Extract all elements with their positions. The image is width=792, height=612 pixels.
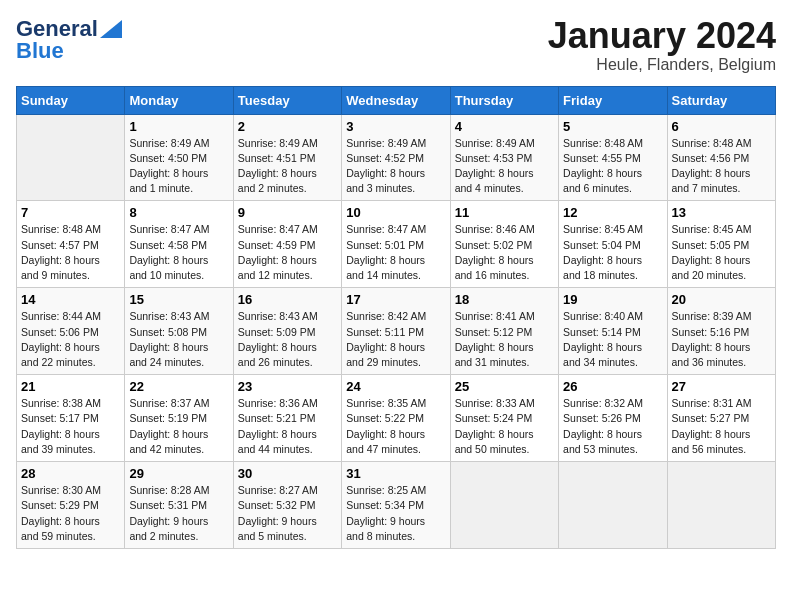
day-info: Sunrise: 8:46 AM Sunset: 5:02 PM Dayligh… [455,222,554,283]
day-number: 16 [238,292,337,307]
day-info: Sunrise: 8:27 AM Sunset: 5:32 PM Dayligh… [238,483,337,544]
day-info: Sunrise: 8:31 AM Sunset: 5:27 PM Dayligh… [672,396,771,457]
calendar-week-row: 21Sunrise: 8:38 AM Sunset: 5:17 PM Dayli… [17,375,776,462]
day-number: 17 [346,292,445,307]
calendar-cell: 28Sunrise: 8:30 AM Sunset: 5:29 PM Dayli… [17,462,125,549]
day-number: 13 [672,205,771,220]
day-number: 30 [238,466,337,481]
logo-blue: Blue [16,38,64,64]
header-tuesday: Tuesday [233,86,341,114]
header-wednesday: Wednesday [342,86,450,114]
calendar-cell: 18Sunrise: 8:41 AM Sunset: 5:12 PM Dayli… [450,288,558,375]
calendar-cell [667,462,775,549]
calendar-cell: 23Sunrise: 8:36 AM Sunset: 5:21 PM Dayli… [233,375,341,462]
calendar-cell: 11Sunrise: 8:46 AM Sunset: 5:02 PM Dayli… [450,201,558,288]
logo-icon [100,20,122,38]
logo: General Blue [16,16,122,64]
page-title: January 2024 [548,16,776,56]
day-number: 28 [21,466,120,481]
day-number: 22 [129,379,228,394]
calendar-week-row: 14Sunrise: 8:44 AM Sunset: 5:06 PM Dayli… [17,288,776,375]
calendar-cell [559,462,667,549]
calendar-table: SundayMondayTuesdayWednesdayThursdayFrid… [16,86,776,549]
day-info: Sunrise: 8:42 AM Sunset: 5:11 PM Dayligh… [346,309,445,370]
calendar-cell: 12Sunrise: 8:45 AM Sunset: 5:04 PM Dayli… [559,201,667,288]
calendar-cell: 25Sunrise: 8:33 AM Sunset: 5:24 PM Dayli… [450,375,558,462]
header-thursday: Thursday [450,86,558,114]
day-number: 26 [563,379,662,394]
day-info: Sunrise: 8:30 AM Sunset: 5:29 PM Dayligh… [21,483,120,544]
calendar-cell: 29Sunrise: 8:28 AM Sunset: 5:31 PM Dayli… [125,462,233,549]
day-info: Sunrise: 8:40 AM Sunset: 5:14 PM Dayligh… [563,309,662,370]
day-number: 24 [346,379,445,394]
header-friday: Friday [559,86,667,114]
day-number: 31 [346,466,445,481]
day-number: 9 [238,205,337,220]
calendar-cell: 27Sunrise: 8:31 AM Sunset: 5:27 PM Dayli… [667,375,775,462]
calendar-cell [17,114,125,201]
calendar-week-row: 1Sunrise: 8:49 AM Sunset: 4:50 PM Daylig… [17,114,776,201]
day-info: Sunrise: 8:45 AM Sunset: 5:04 PM Dayligh… [563,222,662,283]
day-number: 1 [129,119,228,134]
day-info: Sunrise: 8:33 AM Sunset: 5:24 PM Dayligh… [455,396,554,457]
calendar-cell: 31Sunrise: 8:25 AM Sunset: 5:34 PM Dayli… [342,462,450,549]
page-subtitle: Heule, Flanders, Belgium [548,56,776,74]
calendar-cell: 22Sunrise: 8:37 AM Sunset: 5:19 PM Dayli… [125,375,233,462]
day-number: 19 [563,292,662,307]
day-number: 2 [238,119,337,134]
svg-marker-0 [100,20,122,38]
calendar-cell: 21Sunrise: 8:38 AM Sunset: 5:17 PM Dayli… [17,375,125,462]
day-info: Sunrise: 8:48 AM Sunset: 4:55 PM Dayligh… [563,136,662,197]
day-info: Sunrise: 8:32 AM Sunset: 5:26 PM Dayligh… [563,396,662,457]
calendar-cell: 24Sunrise: 8:35 AM Sunset: 5:22 PM Dayli… [342,375,450,462]
day-info: Sunrise: 8:38 AM Sunset: 5:17 PM Dayligh… [21,396,120,457]
day-info: Sunrise: 8:39 AM Sunset: 5:16 PM Dayligh… [672,309,771,370]
day-number: 15 [129,292,228,307]
day-number: 4 [455,119,554,134]
day-info: Sunrise: 8:36 AM Sunset: 5:21 PM Dayligh… [238,396,337,457]
header-monday: Monday [125,86,233,114]
calendar-cell: 16Sunrise: 8:43 AM Sunset: 5:09 PM Dayli… [233,288,341,375]
day-number: 11 [455,205,554,220]
day-number: 12 [563,205,662,220]
calendar-cell: 3Sunrise: 8:49 AM Sunset: 4:52 PM Daylig… [342,114,450,201]
day-number: 23 [238,379,337,394]
day-number: 5 [563,119,662,134]
day-info: Sunrise: 8:48 AM Sunset: 4:57 PM Dayligh… [21,222,120,283]
day-info: Sunrise: 8:43 AM Sunset: 5:08 PM Dayligh… [129,309,228,370]
day-number: 25 [455,379,554,394]
calendar-cell: 20Sunrise: 8:39 AM Sunset: 5:16 PM Dayli… [667,288,775,375]
header: General Blue January 2024 Heule, Flander… [16,16,776,74]
calendar-cell [450,462,558,549]
day-number: 14 [21,292,120,307]
calendar-week-row: 7Sunrise: 8:48 AM Sunset: 4:57 PM Daylig… [17,201,776,288]
title-area: January 2024 Heule, Flanders, Belgium [548,16,776,74]
calendar-cell: 10Sunrise: 8:47 AM Sunset: 5:01 PM Dayli… [342,201,450,288]
calendar-cell: 9Sunrise: 8:47 AM Sunset: 4:59 PM Daylig… [233,201,341,288]
day-info: Sunrise: 8:37 AM Sunset: 5:19 PM Dayligh… [129,396,228,457]
day-number: 18 [455,292,554,307]
calendar-cell: 1Sunrise: 8:49 AM Sunset: 4:50 PM Daylig… [125,114,233,201]
calendar-cell: 30Sunrise: 8:27 AM Sunset: 5:32 PM Dayli… [233,462,341,549]
day-info: Sunrise: 8:44 AM Sunset: 5:06 PM Dayligh… [21,309,120,370]
header-saturday: Saturday [667,86,775,114]
calendar-cell: 17Sunrise: 8:42 AM Sunset: 5:11 PM Dayli… [342,288,450,375]
day-info: Sunrise: 8:47 AM Sunset: 4:58 PM Dayligh… [129,222,228,283]
calendar-cell: 8Sunrise: 8:47 AM Sunset: 4:58 PM Daylig… [125,201,233,288]
day-number: 8 [129,205,228,220]
calendar-header-row: SundayMondayTuesdayWednesdayThursdayFrid… [17,86,776,114]
day-info: Sunrise: 8:45 AM Sunset: 5:05 PM Dayligh… [672,222,771,283]
calendar-week-row: 28Sunrise: 8:30 AM Sunset: 5:29 PM Dayli… [17,462,776,549]
calendar-cell: 7Sunrise: 8:48 AM Sunset: 4:57 PM Daylig… [17,201,125,288]
day-number: 10 [346,205,445,220]
day-number: 7 [21,205,120,220]
calendar-cell: 14Sunrise: 8:44 AM Sunset: 5:06 PM Dayli… [17,288,125,375]
calendar-cell: 13Sunrise: 8:45 AM Sunset: 5:05 PM Dayli… [667,201,775,288]
day-info: Sunrise: 8:48 AM Sunset: 4:56 PM Dayligh… [672,136,771,197]
calendar-cell: 19Sunrise: 8:40 AM Sunset: 5:14 PM Dayli… [559,288,667,375]
day-number: 6 [672,119,771,134]
day-info: Sunrise: 8:47 AM Sunset: 4:59 PM Dayligh… [238,222,337,283]
calendar-cell: 2Sunrise: 8:49 AM Sunset: 4:51 PM Daylig… [233,114,341,201]
header-sunday: Sunday [17,86,125,114]
day-info: Sunrise: 8:43 AM Sunset: 5:09 PM Dayligh… [238,309,337,370]
